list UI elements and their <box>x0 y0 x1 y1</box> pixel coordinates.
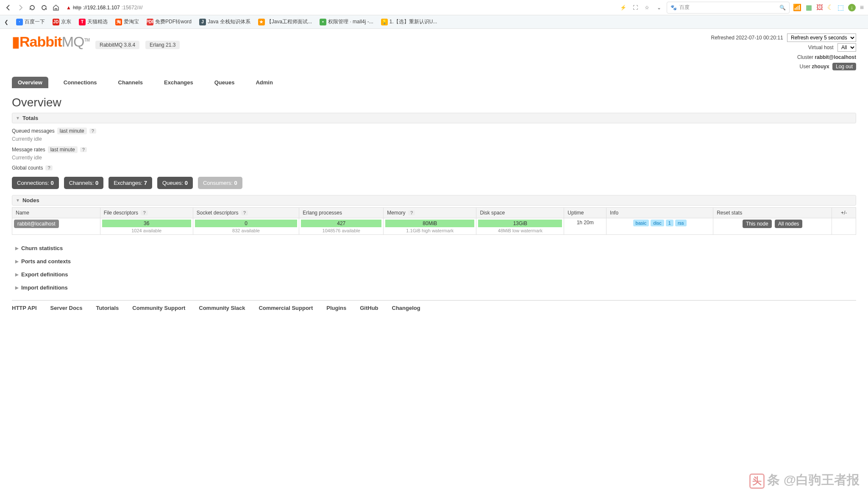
bookmark-label: 百度一下 <box>25 18 45 25</box>
tab-exchanges[interactable]: Exchanges <box>158 77 199 88</box>
queued-idle-text: Currently idle <box>12 136 856 142</box>
help-icon[interactable]: ? <box>45 165 52 170</box>
bookmark-favicon: 淘 <box>115 19 122 25</box>
bookmark-item[interactable]: •权限管理 · mall4j -... <box>320 18 373 25</box>
help-icon[interactable]: ? <box>141 210 147 215</box>
bookmark-prev-icon[interactable]: ❮ <box>4 19 8 25</box>
reset-all-nodes-button[interactable]: All nodes <box>775 220 802 228</box>
cluster-value: rabbit@localhost <box>815 54 856 60</box>
tab-overview[interactable]: Overview <box>12 77 48 88</box>
bookmark-label: 京东 <box>61 18 71 25</box>
help-icon[interactable]: ? <box>89 128 96 134</box>
message-rates-row: Message rates last minute ? <box>12 146 856 153</box>
bookmark-item[interactable]: ★【Java工程师面试... <box>258 18 312 25</box>
bookmark-label: 天猫精选 <box>87 18 108 25</box>
fd-bar: 36 <box>102 220 191 227</box>
last-minute-badge: last minute <box>57 128 87 134</box>
bookmark-favicon: JD <box>53 19 59 25</box>
help-icon[interactable]: ? <box>241 210 248 215</box>
bookmark-item[interactable]: PDF免费PDF转word <box>147 18 192 25</box>
cluster-label: Cluster <box>797 54 813 60</box>
bookmark-favicon: J <box>199 19 206 25</box>
download-icon[interactable]: ↓ <box>848 4 856 11</box>
ep-sub: 1048576 available <box>301 228 381 233</box>
bookmark-favicon: PDF <box>147 19 153 25</box>
crop-icon[interactable]: ⬚ <box>837 3 844 11</box>
logout-button[interactable]: Log out <box>832 63 856 70</box>
node-name-badge[interactable]: rabbit@localhost <box>14 220 59 228</box>
reload-icon[interactable] <box>28 3 36 12</box>
count-pill[interactable]: Exchanges: 7 <box>108 177 152 189</box>
footer-link[interactable]: Commercial Support <box>259 305 313 311</box>
footer-link[interactable]: GitHub <box>360 305 378 311</box>
info-tag: 1 <box>666 220 673 226</box>
vhost-select[interactable]: All <box>837 43 856 52</box>
section-nodes[interactable]: Nodes <box>12 195 856 206</box>
table-header: Disk space <box>476 208 564 218</box>
star-icon[interactable]: ☆ <box>643 3 651 12</box>
wifi-icon[interactable]: 📶 <box>793 3 801 11</box>
erlang-badge: Erlang 21.3 <box>145 41 180 49</box>
expand-cell[interactable] <box>832 218 856 235</box>
bookmark-item[interactable]: 淘爱淘宝 <box>115 18 139 25</box>
bookmark-item[interactable]: T天猫精选 <box>79 18 108 25</box>
undo-icon[interactable] <box>40 3 48 12</box>
nodes-table: NameFile descriptors ?Socket descriptors… <box>12 207 856 235</box>
url-bar[interactable]: ▲ http://192.168.1.107:15672/#/ <box>64 2 616 13</box>
count-pill[interactable]: Channels: 0 <box>64 177 103 189</box>
version-badge: RabbitMQ 3.8.4 <box>95 41 139 49</box>
table-header: +/- <box>832 208 856 218</box>
moon-icon[interactable]: ☾ <box>827 3 833 11</box>
tab-admin[interactable]: Admin <box>250 77 278 88</box>
count-pill[interactable]: Connections: 0 <box>12 177 59 189</box>
forward-icon[interactable] <box>16 3 25 12</box>
footer-link[interactable]: Community Slack <box>199 305 245 311</box>
expand-icon[interactable]: ⛶ <box>631 3 640 12</box>
footer-link[interactable]: Tutorials <box>96 305 119 311</box>
table-header: Uptime <box>564 208 606 218</box>
rabbitmq-logo: ▮RabbitMQTM <box>12 33 89 50</box>
footer-link[interactable]: Changelog <box>392 305 420 311</box>
footer-link[interactable]: Community Support <box>132 305 185 311</box>
apps-icon[interactable]: ▦ <box>806 3 812 11</box>
section-churn[interactable]: Churn statistics <box>12 243 856 253</box>
pic-icon[interactable]: 🖼 <box>816 4 823 11</box>
reset-this-node-button[interactable]: This node <box>743 220 772 228</box>
user-value: zhouyx <box>812 64 829 70</box>
browser-search-box[interactable]: 🐾 百度 🔍 <box>667 2 790 14</box>
help-icon[interactable]: ? <box>80 147 87 152</box>
disk-sub: 48MiB low watermark <box>478 228 562 233</box>
flash-icon[interactable]: ⚡ <box>619 3 628 12</box>
footer-link[interactable]: Plugins <box>326 305 346 311</box>
count-pill[interactable]: Queues: 0 <box>157 177 193 189</box>
home-icon[interactable] <box>52 3 60 12</box>
tab-channels[interactable]: Channels <box>112 77 149 88</box>
menu-icon[interactable]: ≡ <box>860 4 864 11</box>
bookmark-label: 权限管理 · mall4j -... <box>328 18 373 25</box>
table-header: Memory ? <box>384 208 476 218</box>
footer-link[interactable]: Server Docs <box>50 305 83 311</box>
help-icon[interactable]: ? <box>408 210 415 215</box>
section-import[interactable]: Import definitions <box>12 283 856 292</box>
refreshed-label: Refreshed <box>711 35 734 41</box>
count-pill[interactable]: Consumers: 0 <box>198 177 242 189</box>
bookmark-item[interactable]: ·百度一下 <box>16 18 45 25</box>
queued-messages-row: Queued messages last minute ? <box>12 128 856 134</box>
search-icon[interactable]: 🔍 <box>779 5 786 11</box>
bookmark-item[interactable]: JJava 全栈知识体系 <box>199 18 250 25</box>
bookmark-favicon: T <box>79 19 86 25</box>
bookmark-item[interactable]: JD京东 <box>53 18 71 25</box>
info-tags: basicdisc1rss <box>606 218 713 235</box>
refresh-interval-select[interactable]: Refresh every 5 seconds <box>787 33 856 42</box>
footer-link[interactable]: HTTP API <box>12 305 37 311</box>
url-port: :15672/#/ <box>122 5 143 11</box>
table-header: Erlang processes <box>299 208 384 218</box>
tab-queues[interactable]: Queues <box>209 77 241 88</box>
back-icon[interactable] <box>4 3 13 12</box>
section-totals[interactable]: Totals <box>12 113 856 123</box>
bookmark-item[interactable]: 💡1.【选】重新认识U... <box>381 18 437 25</box>
section-ports[interactable]: Ports and contexts <box>12 256 856 266</box>
section-export[interactable]: Export definitions <box>12 270 856 279</box>
chevron-down-icon[interactable]: ⌄ <box>655 3 663 12</box>
tab-connections[interactable]: Connections <box>58 77 103 88</box>
